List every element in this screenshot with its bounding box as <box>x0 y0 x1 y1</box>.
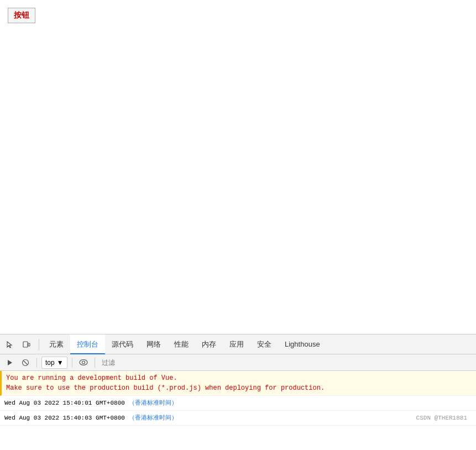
svg-rect-0 <box>23 342 28 347</box>
tab-elements[interactable]: 元素 <box>43 334 70 354</box>
tab-separator-left <box>39 339 39 350</box>
run-script-icon[interactable] <box>3 356 17 369</box>
vue-warning-line1: You are running a development build of V… <box>6 373 472 383</box>
svg-point-6 <box>82 361 85 364</box>
tab-performance[interactable]: 性能 <box>168 334 195 354</box>
svg-point-5 <box>80 360 87 365</box>
device-mode-icon[interactable] <box>19 337 34 352</box>
vue-warning-line2: Make sure to use the production build (*… <box>6 383 472 393</box>
cursor-icon[interactable] <box>2 337 18 352</box>
svg-rect-1 <box>28 343 30 346</box>
console-entry-timestamp-2: Wed Aug 03 2022 15:40:03 GMT+0800 （香港标准时… <box>0 411 476 426</box>
tab-console[interactable]: 控制台 <box>70 334 105 354</box>
timestamp-1-colored: （香港标准时间） <box>129 400 177 406</box>
timestamp-2-colored: （香港标准时间） <box>129 415 177 421</box>
tab-lighthouse[interactable]: Lighthouse <box>278 334 327 354</box>
svg-marker-2 <box>8 360 12 365</box>
dropdown-arrow: ▼ <box>57 359 64 367</box>
svg-line-4 <box>24 360 28 364</box>
devtools-panel: 元素 控制台 源代码 网络 性能 内存 应用 安全 Lighthouse top… <box>0 334 476 450</box>
context-selector[interactable]: top ▼ <box>41 357 67 369</box>
toolbar-sep-1 <box>36 358 37 368</box>
clear-console-icon[interactable] <box>19 356 32 369</box>
devtools-tab-bar: 元素 控制台 源代码 网络 性能 内存 应用 安全 Lighthouse <box>0 334 476 354</box>
console-entry-timestamp-1: Wed Aug 03 2022 15:40:01 GMT+0800 （香港标准时… <box>0 396 476 411</box>
toolbar-sep-3 <box>95 358 95 368</box>
toolbar-sep-2 <box>72 358 72 368</box>
vue-warning-message: You are running a development build of V… <box>6 373 472 393</box>
eye-toggle-icon[interactable] <box>77 356 90 369</box>
timestamp-2-plain: Wed Aug 03 2022 15:40:03 GMT+0800 <box>4 415 125 421</box>
context-label: top <box>45 359 55 367</box>
demo-button[interactable]: 按钮 <box>8 8 35 23</box>
tab-sources[interactable]: 源代码 <box>105 334 140 354</box>
console-output: You are running a development build of V… <box>0 371 476 450</box>
timestamp-1-message: Wed Aug 03 2022 15:40:01 GMT+0800 （香港标准时… <box>4 398 472 408</box>
timestamp-2-message: Wed Aug 03 2022 15:40:03 GMT+0800 （香港标准时… <box>4 413 412 423</box>
console-toolbar: top ▼ <box>0 354 476 371</box>
tab-memory[interactable]: 内存 <box>195 334 223 354</box>
watermark: CSDN @THER1881 <box>416 415 472 421</box>
timestamp-1-plain: Wed Aug 03 2022 15:40:01 GMT+0800 <box>4 400 125 406</box>
tab-application[interactable]: 应用 <box>223 334 250 354</box>
browser-viewport: 按钮 <box>0 0 476 334</box>
tab-network[interactable]: 网络 <box>140 334 168 354</box>
filter-input[interactable] <box>100 358 166 368</box>
console-entry-vue-warning: You are running a development build of V… <box>0 371 476 396</box>
tab-security[interactable]: 安全 <box>250 334 278 354</box>
